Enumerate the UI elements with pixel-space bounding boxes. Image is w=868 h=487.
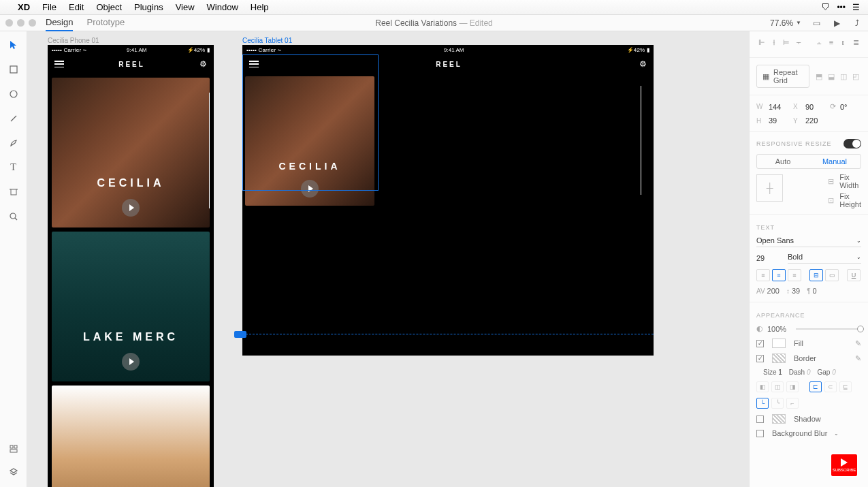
underline-icon[interactable]: U bbox=[847, 269, 861, 281]
artboard-phone[interactable]: ••••• Carrier ⏦ 9:41 AM ⚡42% ▮ REEL ⚙ CE… bbox=[48, 45, 214, 487]
boolean-add-icon[interactable]: ⬒ bbox=[814, 71, 824, 82]
menu-help[interactable]: Help bbox=[251, 2, 269, 12]
leading-input[interactable]: 39 bbox=[792, 287, 800, 295]
window-controls[interactable] bbox=[5, 19, 36, 27]
stroke-inner-icon[interactable]: ◧ bbox=[756, 381, 769, 392]
x-input[interactable]: 90 bbox=[805, 103, 826, 111]
play-preview-icon[interactable]: ▶ bbox=[831, 18, 842, 29]
text-tool[interactable]: T bbox=[7, 161, 20, 174]
fix-width-label[interactable]: Fix Width bbox=[839, 173, 861, 189]
zoom-tool[interactable] bbox=[7, 210, 20, 223]
cap-square-icon[interactable]: ⊑ bbox=[839, 381, 852, 392]
svg-rect-8 bbox=[10, 445, 13, 448]
responsive-toggle[interactable] bbox=[843, 139, 861, 148]
blur-label: Background Blur bbox=[772, 429, 827, 437]
width-input[interactable]: 144 bbox=[769, 103, 789, 111]
join-miter-icon[interactable]: └ bbox=[756, 398, 769, 409]
height-input[interactable]: 39 bbox=[769, 116, 789, 125]
tab-design[interactable]: Design bbox=[46, 14, 73, 31]
align-bottom-icon[interactable]: ⫠ bbox=[814, 37, 824, 48]
tab-prototype[interactable]: Prototype bbox=[86, 14, 125, 31]
pen-tool[interactable] bbox=[7, 136, 20, 150]
join-round-icon[interactable]: ╰ bbox=[771, 398, 784, 409]
share-icon[interactable]: ⤴ bbox=[852, 18, 863, 29]
y-input[interactable]: 220 bbox=[805, 116, 826, 125]
opacity-slider[interactable] bbox=[796, 328, 861, 330]
artboard-tool[interactable] bbox=[7, 185, 20, 199]
artboard-label[interactable]: Cecilia Tablet 01 bbox=[242, 37, 292, 44]
point-text-icon[interactable]: ⊟ bbox=[809, 269, 823, 281]
align-right-text-icon[interactable]: ≡ bbox=[788, 269, 801, 281]
border-checkbox[interactable] bbox=[756, 355, 764, 362]
blur-chevron-icon[interactable]: ⌄ bbox=[834, 430, 839, 437]
align-top-icon[interactable]: ⫟ bbox=[793, 37, 804, 48]
opacity-value[interactable]: 100% bbox=[767, 325, 786, 333]
menu-object[interactable]: Object bbox=[96, 2, 122, 12]
align-right-icon[interactable]: ⊨ bbox=[781, 37, 792, 48]
stroke-center-icon[interactable]: ◫ bbox=[771, 381, 784, 392]
rectangle-tool[interactable] bbox=[7, 63, 20, 76]
align-middle-icon[interactable]: ≣ bbox=[850, 37, 861, 48]
layers-icon[interactable] bbox=[7, 465, 20, 479]
fill-checkbox[interactable] bbox=[756, 340, 764, 347]
font-select[interactable]: Open Sans⌄ bbox=[756, 236, 861, 247]
menu-edit[interactable]: Edit bbox=[69, 2, 84, 12]
menu-window[interactable]: Window bbox=[207, 2, 238, 12]
more-icon[interactable]: ••• bbox=[837, 3, 846, 12]
tracking-input[interactable]: 200 bbox=[767, 287, 779, 295]
fix-height-label[interactable]: Fix Height bbox=[839, 192, 861, 208]
boolean-subtract-icon[interactable]: ⬓ bbox=[826, 71, 837, 82]
font-weight-select[interactable]: Bold⌄ bbox=[788, 253, 861, 264]
rotation-input[interactable]: 0° bbox=[840, 103, 861, 111]
select-tool[interactable] bbox=[7, 38, 20, 52]
artboard-label[interactable]: Cecilia Phone 01 bbox=[48, 37, 99, 44]
fill-swatch[interactable] bbox=[772, 339, 786, 348]
font-size-input[interactable]: 29 bbox=[756, 254, 777, 262]
boolean-exclude-icon[interactable]: ◰ bbox=[850, 71, 861, 82]
stroke-outer-icon[interactable]: ◨ bbox=[786, 381, 799, 392]
constraint-widget[interactable]: ┼ bbox=[756, 174, 783, 202]
align-left-text-icon[interactable]: ≡ bbox=[756, 269, 770, 281]
eyedropper-icon[interactable]: ✎ bbox=[855, 354, 861, 363]
cap-round-icon[interactable]: ⊂ bbox=[824, 381, 837, 392]
border-swatch[interactable] bbox=[772, 354, 786, 363]
manual-button[interactable]: Manual bbox=[809, 155, 861, 168]
repeat-grid-button[interactable]: ▦ Repeat Grid bbox=[756, 65, 809, 88]
align-center-h-icon[interactable]: ⫲ bbox=[769, 37, 779, 48]
blur-checkbox[interactable] bbox=[756, 430, 764, 437]
gap-input[interactable]: 0 bbox=[832, 368, 836, 376]
shadow-checkbox[interactable] bbox=[756, 415, 764, 423]
line-tool[interactable] bbox=[7, 112, 20, 125]
shield-icon[interactable]: ⛉ bbox=[822, 3, 830, 12]
align-left-icon[interactable]: ⊩ bbox=[756, 37, 767, 48]
menu-view[interactable]: View bbox=[176, 2, 195, 12]
list-icon[interactable]: ☰ bbox=[852, 3, 860, 12]
artboard-tablet[interactable]: ••••• Carrier ⏦ 9:41 AM ⚡42% ▮ REEL ⚙ CE… bbox=[242, 45, 654, 356]
align-center-text-icon[interactable]: ≡ bbox=[772, 269, 786, 281]
distribute-h-icon[interactable]: ≡ bbox=[826, 37, 837, 48]
app-name[interactable]: XD bbox=[18, 2, 30, 12]
cap-butt-icon[interactable]: ⊏ bbox=[809, 381, 822, 392]
svg-point-1 bbox=[10, 91, 17, 97]
guide-line[interactable] bbox=[242, 334, 654, 334]
menu-plugins[interactable]: Plugins bbox=[134, 2, 163, 12]
menu-file[interactable]: File bbox=[42, 2, 57, 12]
eyedropper-icon[interactable]: ✎ bbox=[855, 339, 861, 348]
youtube-subscribe-badge[interactable]: SUBSCRIBE bbox=[830, 453, 858, 477]
stroke-size-input[interactable]: 1 bbox=[778, 368, 782, 376]
ellipse-tool[interactable] bbox=[7, 87, 20, 101]
shadow-swatch[interactable] bbox=[772, 414, 786, 424]
zoom-dropdown[interactable]: 77.6%▼ bbox=[770, 18, 801, 28]
boolean-intersect-icon[interactable]: ◫ bbox=[838, 71, 849, 82]
paragraph-input[interactable]: 0 bbox=[813, 287, 817, 295]
auto-button[interactable]: Auto bbox=[757, 155, 809, 168]
rotate-icon[interactable]: ⟳ bbox=[830, 102, 836, 111]
distribute-v-icon[interactable]: ⫾ bbox=[838, 37, 849, 48]
join-bevel-icon[interactable]: ⌐ bbox=[786, 398, 799, 409]
area-text-icon[interactable]: ▭ bbox=[825, 269, 839, 281]
guide-handle[interactable] bbox=[234, 331, 246, 338]
device-preview-icon[interactable]: ▭ bbox=[811, 18, 822, 29]
assets-icon[interactable] bbox=[7, 442, 20, 456]
dash-input[interactable]: 0 bbox=[807, 368, 811, 376]
canvas[interactable]: Cecilia Phone 01 ••••• Carrier ⏦ 9:41 AM… bbox=[27, 31, 749, 487]
